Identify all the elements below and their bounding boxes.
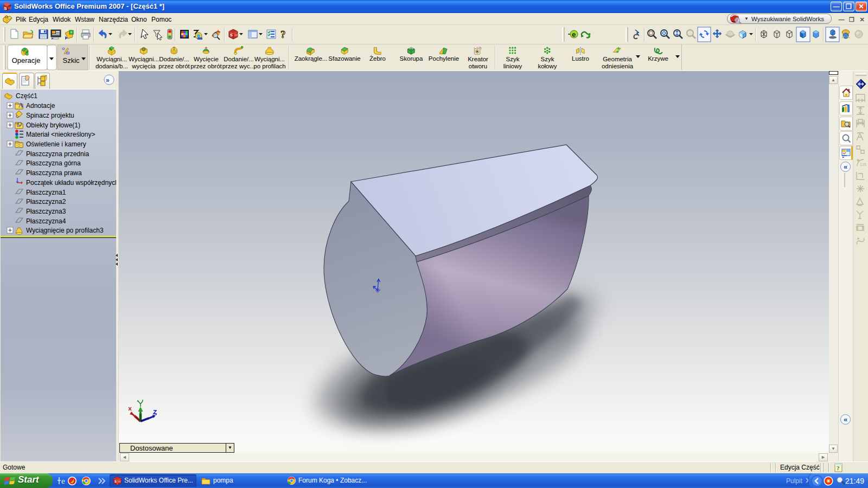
svg-text:e: e bbox=[61, 477, 65, 485]
svg-text:W: W bbox=[8, 6, 11, 10]
svg-text:W: W bbox=[118, 480, 121, 483]
svg-text:S: S bbox=[114, 480, 117, 483]
svg-text:S: S bbox=[4, 6, 7, 11]
svg-text:?: ? bbox=[837, 465, 840, 471]
svg-text:123: 123 bbox=[860, 163, 866, 166]
svg-text:»: » bbox=[106, 76, 110, 84]
svg-text:A: A bbox=[18, 101, 23, 109]
